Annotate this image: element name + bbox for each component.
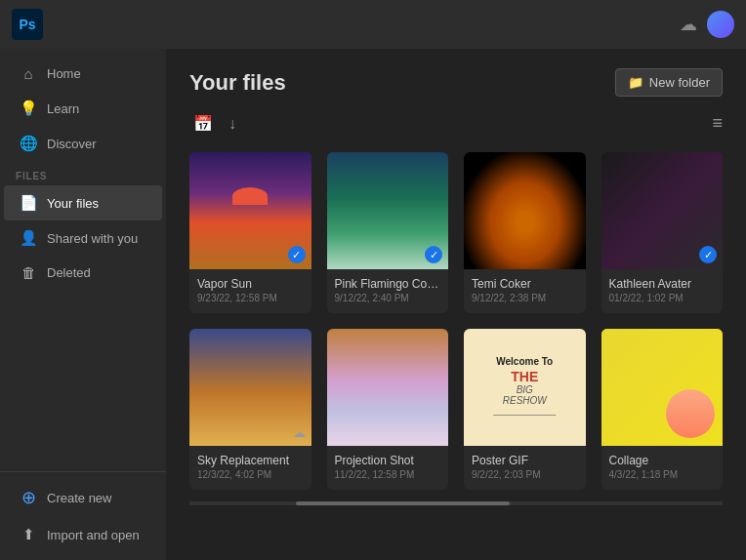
sidebar-item-label: Create new <box>47 491 111 505</box>
file-date: 12/3/22, 4:02 PM <box>197 469 304 480</box>
your-files-icon: 📄 <box>20 194 37 212</box>
toolbar: 📅 ↓ ≡ <box>189 110 723 137</box>
file-date: 9/12/22, 2:40 PM <box>335 293 441 303</box>
file-name: Vapor Sun <box>197 277 304 291</box>
avatar[interactable] <box>707 11 734 38</box>
file-date: 9/12/22, 2:38 PM <box>472 293 578 303</box>
file-name: Kathleen Avater <box>609 277 716 291</box>
sidebar-item-create-new[interactable]: ⊕ Create new <box>4 478 162 517</box>
file-thumbnail: ☁ <box>189 329 311 446</box>
new-folder-button[interactable]: 📁 New folder <box>615 68 723 97</box>
file-grid: ✓ Vapor Sun 9/23/22, 12:58 PM ✓ Pink Fla… <box>189 152 723 490</box>
file-name: Sky Replacement <box>197 454 304 467</box>
file-thumbnail <box>464 152 586 269</box>
file-info: Pink Flamingo Comp 9/12/22, 2:40 PM <box>327 269 449 313</box>
file-card-pink-flamingo[interactable]: ✓ Pink Flamingo Comp 9/12/22, 2:40 PM <box>327 152 449 313</box>
main-layout: ⌂ Home 💡 Learn 🌐 Discover FILES 📄 Your f… <box>0 49 746 560</box>
sidebar-item-label: Import and open <box>47 528 140 542</box>
home-icon: ⌂ <box>20 65 37 82</box>
import-icon: ⬆ <box>20 526 37 543</box>
file-info: Sky Replacement 12/3/22, 4:02 PM <box>189 446 311 490</box>
file-info: Kathleen Avater 01/2/22, 1:02 PM <box>601 269 724 313</box>
sidebar-item-label: Home <box>47 66 81 81</box>
sidebar: ⌂ Home 💡 Learn 🌐 Discover FILES 📄 Your f… <box>0 49 166 560</box>
file-card-poster-gif[interactable]: Welcome To THE BIGRESHOW ———————— Poster… <box>464 329 586 490</box>
sidebar-bottom: ⊕ Create new ⬆ Import and open <box>0 471 166 552</box>
check-badge: ✓ <box>425 246 442 263</box>
list-view-button[interactable]: ≡ <box>712 113 723 134</box>
file-thumbnail <box>601 329 724 446</box>
file-card-projection-shot[interactable]: Projection Shot 11/2/22, 12:58 PM ••• <box>327 329 449 490</box>
app-header: Ps ☁ <box>0 0 746 49</box>
main-content: Your files 📁 New folder 📅 ↓ ≡ ✓ Vapor Su… <box>166 49 746 560</box>
shared-icon: 👤 <box>20 229 37 247</box>
file-thumbnail <box>327 329 449 446</box>
file-date: 11/2/22, 12:58 PM <box>335 469 441 480</box>
deleted-icon: 🗑 <box>20 264 37 281</box>
sidebar-item-deleted[interactable]: 🗑 Deleted <box>4 256 162 290</box>
create-new-icon: ⊕ <box>20 487 37 508</box>
toolbar-left: 📅 ↓ <box>189 110 240 137</box>
sidebar-item-your-files[interactable]: 📄 Your files <box>4 185 162 220</box>
file-name: Pink Flamingo Comp <box>335 277 441 291</box>
file-card-kathleen-avater[interactable]: ✓ Kathleen Avater 01/2/22, 1:02 PM <box>601 152 724 313</box>
file-card-vapor-sun[interactable]: ✓ Vapor Sun 9/23/22, 12:58 PM <box>189 152 311 313</box>
file-card-sky-replacement[interactable]: ☁ Sky Replacement 12/3/22, 4:02 PM ••• <box>189 329 311 490</box>
ps-logo: Ps <box>12 9 43 40</box>
check-badge: ✓ <box>699 246 717 263</box>
sidebar-item-label: Shared with you <box>47 231 138 246</box>
check-badge: ✓ <box>288 246 306 263</box>
scrollbar-thumb <box>296 501 509 505</box>
file-name: Temi Coker <box>472 277 578 291</box>
sidebar-item-discover[interactable]: 🌐 Discover <box>4 126 162 161</box>
learn-icon: 💡 <box>20 100 37 117</box>
file-thumbnail: Welcome To THE BIGRESHOW ———————— <box>464 329 586 446</box>
sidebar-item-learn[interactable]: 💡 Learn <box>4 91 162 126</box>
sidebar-item-label: Discover <box>47 137 97 151</box>
sidebar-item-label: Learn <box>47 101 79 116</box>
sidebar-item-import-open[interactable]: ⬆ Import and open <box>4 517 162 552</box>
main-header: Your files 📁 New folder <box>189 68 723 97</box>
discover-icon: 🌐 <box>20 135 37 152</box>
file-info: Temi Coker 9/12/22, 2:38 PM <box>464 269 586 313</box>
file-date: 9/2/22, 2:03 PM <box>472 469 578 480</box>
files-section-label: FILES <box>0 161 166 185</box>
file-info: Vapor Sun 9/23/22, 12:58 PM <box>189 269 311 313</box>
new-folder-label: New folder <box>649 75 710 90</box>
sidebar-item-shared-with-you[interactable]: 👤 Shared with you <box>4 220 162 256</box>
file-date: 9/23/22, 12:58 PM <box>197 293 304 303</box>
file-info: Projection Shot 11/2/22, 12:58 PM <box>327 446 449 490</box>
new-folder-icon: 📁 <box>628 75 643 90</box>
sidebar-nav: ⌂ Home 💡 Learn 🌐 Discover FILES 📄 Your f… <box>0 57 166 471</box>
file-info: Poster GIF 9/2/22, 2:03 PM <box>464 446 586 490</box>
file-card-collage[interactable]: Collage 4/3/22, 1:18 PM ••• <box>601 329 724 490</box>
header-right: ☁ <box>680 11 734 38</box>
file-info: Collage 4/3/22, 1:18 PM <box>601 446 724 490</box>
file-name: Projection Shot <box>335 454 441 467</box>
sidebar-item-label: Deleted <box>47 265 91 280</box>
sort-button[interactable]: ↓ <box>225 111 240 137</box>
file-thumbnail: ✓ <box>189 152 311 269</box>
file-date: 4/3/22, 1:18 PM <box>609 469 716 480</box>
file-thumbnail: ✓ <box>327 152 449 269</box>
file-name: Poster GIF <box>472 454 578 467</box>
page-title: Your files <box>189 70 286 96</box>
scrollbar-track <box>189 501 723 505</box>
sidebar-item-label: Your files <box>47 196 99 211</box>
calendar-filter-button[interactable]: 📅 <box>189 110 217 137</box>
file-thumbnail: ✓ <box>601 152 724 269</box>
cloud-upload-icon: ☁ <box>293 425 306 440</box>
file-card-temi-coker[interactable]: Temi Coker 9/12/22, 2:38 PM <box>464 152 586 313</box>
header-left: Ps <box>12 9 43 40</box>
file-name: Collage <box>609 454 716 467</box>
sidebar-item-home[interactable]: ⌂ Home <box>4 57 162 91</box>
file-date: 01/2/22, 1:02 PM <box>609 293 716 303</box>
cloud-icon: ☁ <box>680 14 697 35</box>
